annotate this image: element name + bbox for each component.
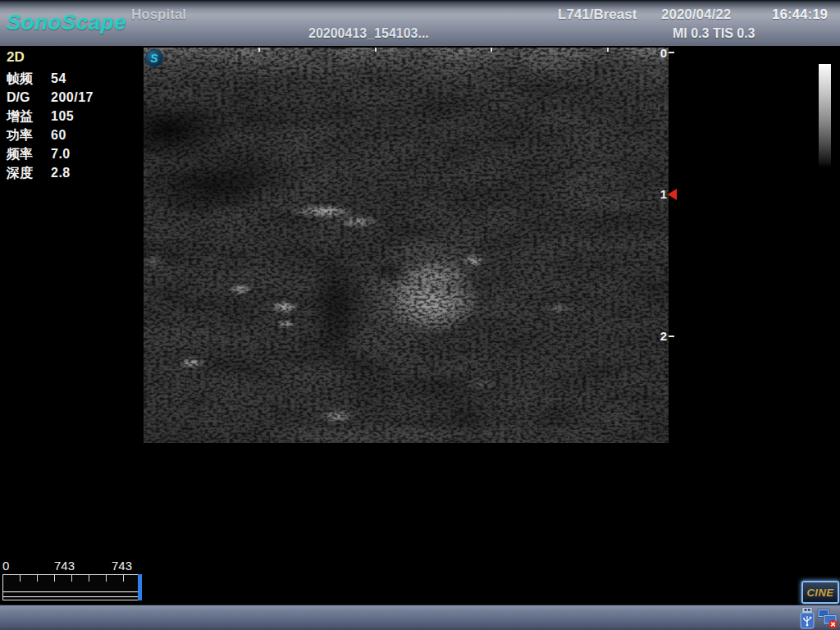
exam-time: 16:44:19 bbox=[772, 7, 828, 23]
param-value: 200/17 bbox=[51, 88, 94, 107]
depth-tick bbox=[669, 52, 674, 53]
ultrasound-image: S bbox=[144, 48, 669, 443]
param-label: 频率 bbox=[7, 144, 51, 163]
scrubber-tick bbox=[37, 575, 38, 582]
brand-logo: SonoScape bbox=[7, 10, 126, 35]
param-value: 54 bbox=[51, 69, 66, 88]
usb-icon[interactable] bbox=[798, 607, 816, 629]
scrubber-tick bbox=[71, 575, 72, 582]
grayscale-bar bbox=[819, 64, 831, 167]
param-row: 功率 60 bbox=[7, 126, 94, 144]
param-value: 60 bbox=[51, 126, 66, 144]
param-row: 深度 2.8 bbox=[7, 163, 94, 182]
speckle-noise bbox=[144, 48, 669, 443]
width-ruler-tick bbox=[607, 48, 609, 52]
cine-button[interactable]: CINE bbox=[801, 581, 839, 604]
param-row: D/G 200/17 bbox=[7, 88, 94, 107]
probe-preset-label: L741/Breast bbox=[558, 7, 637, 23]
exam-id: 20200413_154103... bbox=[308, 26, 429, 41]
scrubber-tick bbox=[20, 575, 21, 582]
param-value: 105 bbox=[51, 107, 74, 126]
scrubber-track[interactable] bbox=[2, 574, 142, 600]
param-row: 频率 7.0 bbox=[7, 144, 94, 163]
scrubber-label: 743 bbox=[112, 559, 132, 573]
orientation-marker-icon: S bbox=[145, 49, 163, 67]
param-row: 增益 105 bbox=[7, 107, 94, 126]
scrubber-tick bbox=[106, 575, 107, 582]
depth-tick bbox=[669, 336, 674, 337]
scrubber-label: 743 bbox=[54, 559, 75, 573]
exam-date: 2020/04/22 bbox=[661, 7, 731, 23]
scrubber-tick bbox=[123, 575, 124, 582]
taskbar bbox=[0, 605, 840, 630]
param-value: 2.8 bbox=[51, 163, 71, 182]
width-ruler-tick bbox=[375, 48, 377, 52]
network-error-icon[interactable] bbox=[817, 607, 838, 629]
param-label: D/G bbox=[7, 88, 51, 107]
param-label: 帧频 bbox=[7, 69, 51, 88]
param-row: 帧频 54 bbox=[7, 69, 94, 88]
width-ruler-tick bbox=[258, 48, 260, 52]
scrubber-tick bbox=[54, 575, 55, 582]
acoustic-output-indices: MI 0.3 TIS 0.3 bbox=[673, 26, 755, 41]
param-label: 深度 bbox=[7, 163, 51, 182]
scrubber-tick bbox=[89, 575, 89, 582]
param-label: 功率 bbox=[7, 126, 51, 144]
mode-indicator: 2D bbox=[7, 49, 94, 69]
image-params-panel: 2D 帧频 54 D/G 200/17 增益 105 功率 60 频率 7.0 … bbox=[7, 49, 94, 182]
hospital-name: Hospital bbox=[131, 7, 186, 23]
param-value: 7.0 bbox=[51, 144, 71, 163]
scrubber-position-indicator[interactable] bbox=[138, 574, 142, 600]
title-bar: SonoScape Hospital L741/Breast 2020/04/2… bbox=[0, 0, 840, 48]
ultrasound-screen: SonoScape Hospital L741/Breast 2020/04/2… bbox=[0, 0, 840, 630]
scrubber-baseline bbox=[3, 591, 141, 597]
scrubber-label: 0 bbox=[2, 559, 9, 573]
width-ruler-tick bbox=[491, 48, 492, 52]
focus-marker-icon[interactable] bbox=[668, 189, 677, 200]
param-label: 增益 bbox=[7, 107, 51, 126]
